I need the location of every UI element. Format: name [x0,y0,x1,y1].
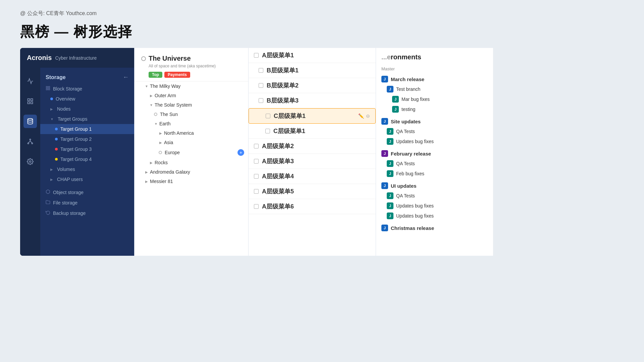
backup-storage-label: Backup storage [53,210,86,216]
env-christmas-label: Christmas release [391,225,434,231]
nav-icon-storage[interactable] [23,115,37,128]
dot-blue-icon [55,128,58,130]
expand-icon: ▼ [154,122,158,126]
edit-icon[interactable]: ✏️ [358,113,364,119]
env-master-label: Master [381,66,488,71]
checkbox-c1[interactable] [266,114,270,118]
nav-icon-pulse[interactable] [23,74,37,88]
add-europe-button[interactable]: + [237,149,244,156]
chap-users-label: CHAP users [57,177,83,182]
env-feb-release[interactable]: J February release [381,148,488,159]
env-qa-tests-1[interactable]: J QA Tests [381,126,488,136]
tree-panel-header: The Universe All of space and time (aka … [135,48,248,81]
nav-file-storage[interactable]: File storage [40,197,134,208]
nav-target-groups[interactable]: ▼ Target Groups [40,114,134,124]
env-badge-xmas: J [381,225,388,231]
target-group-2-label: Target Group 2 [60,136,92,142]
env-test-branch[interactable]: J Test branch [381,84,488,94]
env-testing[interactable]: J testing [381,104,488,114]
tree-milky-way[interactable]: ▼ The Milky Way [135,81,248,91]
nav-target-group-4[interactable]: Target Group 4 [40,154,134,164]
menu-b2[interactable]: B层级菜单2 [249,78,376,93]
env-badge-testing: J [392,106,399,113]
checkbox-a1[interactable] [254,53,259,58]
env-ui-updates-label: UI updates [391,183,417,189]
tree-andromeda[interactable]: ▶ Andromeda Galaxy [135,167,248,177]
env-mar-bug-fixes[interactable]: J Mar bug fixes [381,94,488,104]
overview-label: Overview [56,96,75,102]
menu-a1[interactable]: A层级菜单1 [249,48,376,63]
menu-a6[interactable]: A层级菜单6 [249,199,376,214]
tree-north-america[interactable]: ▶ North America [135,128,248,138]
expand-icon: ▼ [145,84,149,88]
env-march-label: March release [391,76,424,82]
menu-b3[interactable]: B层级菜单3 [249,93,376,108]
env-march-release[interactable]: J March release [381,74,488,84]
checkbox-b2[interactable] [259,83,263,88]
env-site-updates-label: Site updates [391,119,421,124]
env-qa-tests-3[interactable]: J QA Tests [381,191,488,201]
tag-row: Top Payments [149,72,241,78]
checkbox-a4[interactable] [254,174,259,179]
env-updates-bug-1[interactable]: J Updates bug fixes [381,136,488,146]
checkbox-b1[interactable] [259,68,263,73]
menu-c1-2[interactable]: C层级菜单1 [249,124,376,139]
tree-solar-system[interactable]: ▼ The Solar System [135,100,248,110]
env-feb-bug-fixes-label: Feb bug fixes [396,171,424,176]
nav-icon-network[interactable] [23,135,37,148]
nav-block-storage[interactable]: Block Storage [40,83,134,94]
checkbox-a3[interactable] [254,159,259,164]
nav-volumes[interactable]: ▶ Volumes [40,164,134,174]
nav-overview[interactable]: Overview [40,94,134,104]
menu-a2[interactable]: A层级菜单2 [249,139,376,154]
svg-point-6 [28,143,29,144]
expand-icon: ▶ [145,170,149,174]
menu-a3[interactable]: A层级菜单3 [249,154,376,169]
back-arrow-icon[interactable]: ← [123,74,129,81]
menu-a5[interactable]: A层级菜单5 [249,184,376,199]
menu-c1-label: C层级菜单1 [274,112,306,120]
tree-messier[interactable]: ▶ Messier 81 [135,177,248,186]
tree-europe[interactable]: Europe + [135,147,248,158]
env-ui-updates[interactable]: J UI updates [381,181,488,191]
nav-target-group-2[interactable]: Target Group 2 [40,134,134,144]
env-christmas[interactable]: J Christmas release [381,223,488,233]
env-qa-tests-2-label: QA Tests [396,161,415,166]
block-storage-label: Block Storage [53,86,82,92]
svg-rect-11 [46,88,48,90]
page-header: @ 公众号: CE青年 Youthce.com 黑榜 — 树形选择 [0,0,644,48]
tree-outer-arm[interactable]: ▶ Outer Arm [135,91,248,100]
nav-chap-users[interactable]: ▶ CHAP users [40,174,134,184]
env-updates-bug-2[interactable]: J Updates bug fixes [381,201,488,211]
checkbox-a2[interactable] [254,144,259,148]
menu-c1-edit[interactable]: C层级菜单1 ✏️ ⊖ [249,108,376,124]
menu-b1[interactable]: B层级菜单1 [249,63,376,78]
env-site-updates[interactable]: J Site updates [381,116,488,126]
env-feb-bug-fixes[interactable]: J Feb bug fixes [381,169,488,179]
nav-backup-storage[interactable]: Backup storage [40,208,134,218]
nav-icon-settings-grid[interactable] [23,95,37,108]
menu-a4[interactable]: A层级菜单4 [249,169,376,184]
checkbox-a6[interactable] [254,204,259,209]
expand-icon: ▶ [159,131,163,135]
svg-rect-2 [28,102,30,104]
tag-top: Top [149,72,162,78]
delete-icon[interactable]: ⊖ [366,113,370,119]
nav-object-storage[interactable]: Object storage [40,187,134,197]
nav-target-group-3[interactable]: Target Group 3 [40,144,134,154]
env-updates-bug-3[interactable]: J Updates bug fixes [381,211,488,221]
env-updates-bug-1-label: Updates bug fixes [396,139,434,144]
checkbox-a5[interactable] [254,189,259,194]
tree-asia[interactable]: ▶ Asia [135,138,248,147]
nav-icon-gear[interactable] [23,155,37,168]
nav-nodes[interactable]: ▶ Nodes [40,104,134,114]
sidebar-header: Acronis Cyber Infrastructure [20,48,134,68]
tree-sun[interactable]: The Sun [135,110,248,119]
checkbox-b3[interactable] [259,98,263,103]
tree-earth[interactable]: ▼ Earth [135,119,248,128]
env-qa-tests-2[interactable]: J QA Tests [381,159,488,169]
volumes-label: Volumes [57,167,75,172]
nav-target-group-1[interactable]: Target Group 1 [40,124,134,134]
checkbox-c1-2[interactable] [265,129,270,133]
tree-rocks[interactable]: ▶ Rocks [135,158,248,167]
